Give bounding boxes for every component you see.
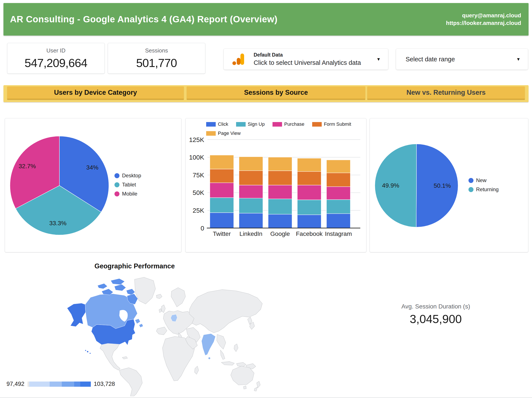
gradient-step bbox=[62, 381, 74, 387]
bar-segment-form-submit[interactable] bbox=[239, 171, 263, 185]
legend-swatch-icon bbox=[469, 178, 474, 183]
bar-segment-purchase[interactable] bbox=[210, 183, 234, 198]
bar-segment-sign-up[interactable] bbox=[326, 200, 350, 214]
bar-segment-purchase[interactable] bbox=[326, 187, 350, 200]
legend-swatch-icon bbox=[206, 122, 216, 126]
bar-segment-form-submit[interactable] bbox=[326, 173, 350, 187]
map-gradient-bar bbox=[27, 381, 91, 387]
region-canada-arctic bbox=[98, 284, 108, 289]
scorecard-sessions: Sessions 501,770 bbox=[108, 43, 205, 74]
new-vs-returning-pie-chart[interactable]: 50.1%49.9% bbox=[370, 118, 528, 252]
sessions-by-source-legend: ClickSign UpPurchaseForm SubmitPage View bbox=[206, 121, 358, 136]
bar-segment-click[interactable] bbox=[268, 214, 292, 228]
chevron-down-icon: ▼ bbox=[376, 57, 381, 62]
map-title: Geographic Performance bbox=[3, 262, 266, 270]
legend-label: Returning bbox=[476, 186, 499, 192]
gradient-step bbox=[74, 381, 80, 387]
bar-segment-sign-up[interactable] bbox=[298, 200, 321, 215]
section-header-users-by-device: Users by Device Category bbox=[7, 87, 184, 100]
legend-swatch-icon bbox=[272, 122, 282, 126]
bar-segment-page-view[interactable] bbox=[326, 160, 350, 173]
bar-segment-page-view[interactable] bbox=[239, 157, 263, 171]
sessions-by-source-bar-chart[interactable]: 025K50K75K100K125KTwitterLinkedInGoogleF… bbox=[186, 118, 366, 252]
y-axis-tick-label: 50K bbox=[193, 189, 204, 196]
analytics-icon-bar bbox=[237, 58, 241, 65]
y-axis-tick-label: 75K bbox=[193, 171, 204, 179]
scorecard-value: 501,770 bbox=[136, 56, 177, 69]
legend-swatch-icon bbox=[114, 182, 120, 187]
scorecard-user-id: User ID 547,209,664 bbox=[7, 43, 105, 74]
device-category-pie-chart[interactable]: 34%33.3%32.7% bbox=[5, 118, 181, 252]
data-source-selector[interactable]: Default Data Click to select Universal A… bbox=[224, 49, 388, 69]
scorecard-value: 547,209,664 bbox=[25, 56, 87, 69]
kpi-label: Avg. Session Duration (s) bbox=[368, 303, 503, 310]
landmass-south-america bbox=[119, 368, 142, 396]
legend-item: Form Submit bbox=[312, 121, 351, 127]
bar-segment-form-submit[interactable] bbox=[298, 171, 321, 185]
data-source-name: Default Data bbox=[254, 52, 361, 58]
legend-label: Form Submit bbox=[324, 121, 351, 127]
region-canada-maritime bbox=[139, 324, 143, 327]
landmass-philippines bbox=[234, 344, 238, 352]
region-canada-maritime bbox=[135, 319, 140, 324]
bar-segment-sign-up[interactable] bbox=[268, 199, 292, 215]
bar-segment-click[interactable] bbox=[326, 214, 350, 228]
bar-segment-page-view[interactable] bbox=[268, 157, 292, 171]
gradient-step bbox=[27, 381, 30, 387]
chevron-down-icon: ▼ bbox=[516, 57, 520, 62]
landmass-iceland bbox=[156, 294, 162, 299]
bar-segment-click[interactable] bbox=[298, 215, 321, 228]
bar-segment-click[interactable] bbox=[210, 213, 234, 228]
data-source-text: Default Data Click to select Universal A… bbox=[254, 52, 361, 66]
bar-segment-click[interactable] bbox=[239, 213, 263, 228]
landmass-uk bbox=[162, 305, 165, 313]
pie-slice-label: 32.7% bbox=[19, 163, 36, 170]
landmass-new-zealand bbox=[254, 387, 257, 391]
report-header: AR Consulting - Google Analytics 4 (GA4)… bbox=[3, 3, 529, 36]
pie-slice-label: 33.3% bbox=[49, 220, 66, 227]
legend-label: Purchase bbox=[284, 121, 304, 127]
analytics-icon bbox=[232, 52, 246, 66]
new-vs-returning-pie-card: 50.1%49.9% NewReturning bbox=[370, 118, 528, 252]
legend-swatch-icon bbox=[114, 191, 120, 196]
legend-item: Mobile bbox=[114, 191, 141, 197]
legend-item: Purchase bbox=[272, 121, 304, 127]
kpi-value: 3,045,900 bbox=[368, 312, 503, 326]
bar-segment-page-view[interactable] bbox=[210, 155, 234, 169]
bar-segment-form-submit[interactable] bbox=[210, 169, 234, 183]
map-color-legend: 97,492 103,728 bbox=[6, 381, 115, 387]
device-category-legend: DesktopTabletMobile bbox=[114, 173, 141, 197]
legend-label: New bbox=[476, 177, 487, 183]
landmass-iberia bbox=[156, 327, 167, 335]
landmass-tasmania bbox=[243, 386, 246, 389]
legend-label: Click bbox=[218, 121, 228, 127]
section-header-new-vs-returning: New vs. Returning Users bbox=[367, 87, 525, 100]
legend-item: Desktop bbox=[114, 173, 141, 179]
date-range-label: Select date range bbox=[405, 56, 455, 63]
region-canada-arctic bbox=[111, 278, 125, 285]
bar-segment-purchase[interactable] bbox=[239, 185, 263, 198]
map-legend-min: 97,492 bbox=[6, 381, 25, 387]
bar-segment-sign-up[interactable] bbox=[210, 198, 234, 213]
region-india-sri-lanka bbox=[208, 357, 210, 359]
landmass-ireland bbox=[159, 309, 161, 313]
bar-segment-sign-up[interactable] bbox=[239, 198, 263, 213]
bar-segment-purchase[interactable] bbox=[268, 185, 292, 199]
x-axis-category-label: Twitter bbox=[213, 230, 231, 237]
scorecard-label: User ID bbox=[46, 47, 65, 54]
legend-item: Click bbox=[206, 121, 228, 127]
bar-segment-purchase[interactable] bbox=[298, 185, 321, 200]
map-legend-max: 103,728 bbox=[94, 381, 115, 387]
x-axis-category-label: LinkedIn bbox=[240, 230, 263, 237]
date-range-selector[interactable]: Select date range ▼ bbox=[396, 49, 528, 69]
contact-url: https://looker.amanraj.cloud bbox=[446, 19, 521, 27]
region-usa-hawaii bbox=[87, 351, 89, 353]
region-usa-hawaii bbox=[85, 350, 86, 351]
landmass-indochina bbox=[217, 335, 226, 349]
bar-segment-page-view[interactable] bbox=[298, 158, 321, 171]
header-contact: query@amanraj.cloud https://looker.amanr… bbox=[446, 12, 521, 27]
geo-performance-map[interactable] bbox=[61, 274, 267, 396]
report-title: AR Consulting - Google Analytics 4 (GA4)… bbox=[3, 14, 278, 25]
legend-swatch-icon bbox=[206, 131, 216, 136]
bar-segment-form-submit[interactable] bbox=[268, 171, 292, 185]
